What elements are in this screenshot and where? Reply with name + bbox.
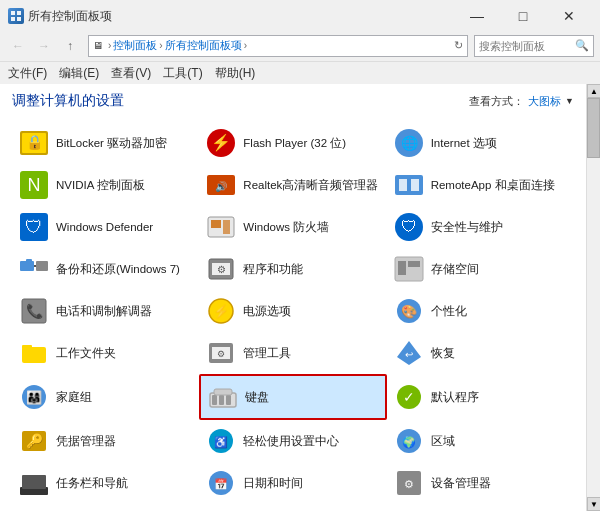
menu-file[interactable]: 文件(F) (8, 65, 47, 82)
menu-tools[interactable]: 工具(T) (163, 65, 202, 82)
item-label-7: Windows 防火墙 (243, 220, 329, 235)
svg-rect-53 (214, 389, 232, 395)
scroll-down-button[interactable]: ▼ (587, 497, 600, 511)
svg-text:⚙: ⚙ (217, 349, 225, 359)
item-icon-1: ⚡ (205, 127, 237, 159)
control-item[interactable]: ✓ 默认程序 (387, 374, 574, 420)
refresh-icon[interactable]: ↻ (454, 39, 463, 52)
item-icon-25: 📅 (205, 467, 237, 499)
scrollbar-track (587, 98, 600, 497)
control-item[interactable]: 存储空间 (387, 248, 574, 290)
svg-rect-50 (212, 395, 217, 405)
item-label-13: 电源选项 (243, 304, 291, 319)
control-item[interactable]: 鼠标 (387, 504, 574, 511)
item-icon-24 (18, 467, 50, 499)
item-label-10: 程序和功能 (243, 262, 303, 277)
search-box[interactable]: 🔍 (474, 35, 594, 57)
svg-rect-1 (17, 11, 21, 15)
menu-view[interactable]: 查看(V) (111, 65, 151, 82)
control-item[interactable]: 工作文件夹 (12, 332, 199, 374)
item-label-6: Windows Defender (56, 220, 153, 235)
breadcrumb-sep-3: › (244, 40, 247, 51)
main-content: 调整计算机的设置 查看方式： 大图标 ▼ 🔒 BitLocker 驱动器加密 ⚡… (0, 84, 586, 511)
svg-rect-2 (11, 17, 15, 21)
control-item[interactable]: 🌍 区域 (387, 420, 574, 462)
svg-rect-33 (398, 261, 406, 275)
page-header: 调整计算机的设置 查看方式： 大图标 ▼ (12, 92, 574, 114)
svg-rect-42 (22, 345, 32, 349)
breadcrumb-control-panel[interactable]: 控制面板 (113, 38, 157, 53)
control-item[interactable]: ⚡ 电源选项 (199, 290, 386, 332)
control-item[interactable]: ♪ 声音 (199, 504, 386, 511)
item-icon-0: 🔒 (18, 127, 50, 159)
control-item[interactable]: ⚙ 程序和功能 (199, 248, 386, 290)
window-title: 所有控制面板项 (28, 8, 112, 25)
control-item[interactable]: 🛡 Windows Defender (12, 206, 199, 248)
forward-button[interactable]: → (32, 34, 56, 58)
control-item[interactable]: 🛡 安全性与维护 (387, 206, 574, 248)
item-icon-16: ⚙ (205, 337, 237, 369)
control-item[interactable]: 键盘 (199, 374, 386, 420)
items-grid: 🔒 BitLocker 驱动器加密 ⚡ Flash Player (32 位) … (12, 122, 574, 511)
item-label-9: 备份和还原(Windows 7) (56, 262, 180, 277)
control-item[interactable]: 🔒 BitLocker 驱动器加密 (12, 122, 199, 164)
scrollbar-thumb[interactable] (587, 98, 600, 158)
up-button[interactable]: ↑ (58, 34, 82, 58)
item-icon-14: 🎨 (393, 295, 425, 327)
item-label-3: NVIDIA 控制面板 (56, 178, 145, 193)
control-item[interactable]: ↩ 恢复 (387, 332, 574, 374)
back-button[interactable]: ← (6, 34, 30, 58)
minimize-button[interactable]: — (454, 1, 500, 31)
view-arrow-icon[interactable]: ▼ (565, 96, 574, 106)
item-icon-26: ⚙ (393, 467, 425, 499)
breadcrumb-all-items[interactable]: 所有控制面板项 (165, 38, 242, 53)
view-current[interactable]: 大图标 (528, 94, 561, 109)
item-label-5: RemoteApp 和桌面连接 (431, 178, 555, 193)
control-item[interactable]: ⚙ 设备管理器 (387, 462, 574, 504)
control-item[interactable]: 🌐 Internet 选项 (387, 122, 574, 164)
control-item[interactable]: ⚙ 管理工具 (199, 332, 386, 374)
control-item[interactable]: 👨‍👩‍👧 家庭组 (12, 374, 199, 420)
menu-edit[interactable]: 编辑(E) (59, 65, 99, 82)
menu-help[interactable]: 帮助(H) (215, 65, 256, 82)
scroll-up-button[interactable]: ▲ (587, 84, 600, 98)
control-item[interactable]: 📞 电话和调制解调器 (12, 290, 199, 332)
search-input[interactable] (479, 40, 575, 52)
svg-rect-21 (211, 220, 221, 228)
svg-rect-17 (411, 179, 419, 191)
search-icon: 🔍 (575, 39, 589, 52)
svg-text:🛡: 🛡 (25, 217, 43, 237)
control-item[interactable]: Windows 防火墙 (199, 206, 386, 248)
control-item[interactable]: 🔊 Realtek高清晰音频管理器 (199, 164, 386, 206)
control-item[interactable]: 📅 日期和时间 (199, 462, 386, 504)
item-label-1: Flash Player (32 位) (243, 136, 346, 151)
control-item[interactable]: 备份和还原(Windows 7) (12, 248, 199, 290)
content-wrapper: 调整计算机的设置 查看方式： 大图标 ▼ 🔒 BitLocker 驱动器加密 ⚡… (0, 84, 600, 511)
svg-text:👨‍👩‍👧: 👨‍👩‍👧 (26, 389, 43, 406)
control-item[interactable]: 设备和打印机 (12, 504, 199, 511)
item-icon-23: 🌍 (393, 425, 425, 457)
scrollbar: ▲ ▼ (586, 84, 600, 511)
item-label-20: 默认程序 (431, 390, 479, 405)
item-label-17: 恢复 (431, 346, 455, 361)
control-item[interactable]: ⚡ Flash Player (32 位) (199, 122, 386, 164)
item-icon-13: ⚡ (205, 295, 237, 327)
item-icon-6: 🛡 (18, 211, 50, 243)
control-item[interactable]: 🔑 凭据管理器 (12, 420, 199, 462)
window-controls: — □ ✕ (454, 1, 592, 31)
control-item[interactable]: 任务栏和导航 (12, 462, 199, 504)
svg-rect-52 (226, 395, 231, 405)
view-label: 查看方式： (469, 94, 524, 109)
svg-rect-41 (22, 347, 46, 363)
control-item[interactable]: ♿ 轻松使用设置中心 (199, 420, 386, 462)
control-item[interactable]: RemoteApp 和桌面连接 (387, 164, 574, 206)
close-button[interactable]: ✕ (546, 1, 592, 31)
control-item[interactable]: N NVIDIA 控制面板 (12, 164, 199, 206)
item-label-14: 个性化 (431, 304, 467, 319)
svg-text:⚡: ⚡ (211, 133, 231, 152)
item-label-15: 工作文件夹 (56, 346, 116, 361)
svg-rect-51 (219, 395, 224, 405)
control-item[interactable]: 🎨 个性化 (387, 290, 574, 332)
maximize-button[interactable]: □ (500, 1, 546, 31)
breadcrumb-sep-2: › (159, 40, 162, 51)
